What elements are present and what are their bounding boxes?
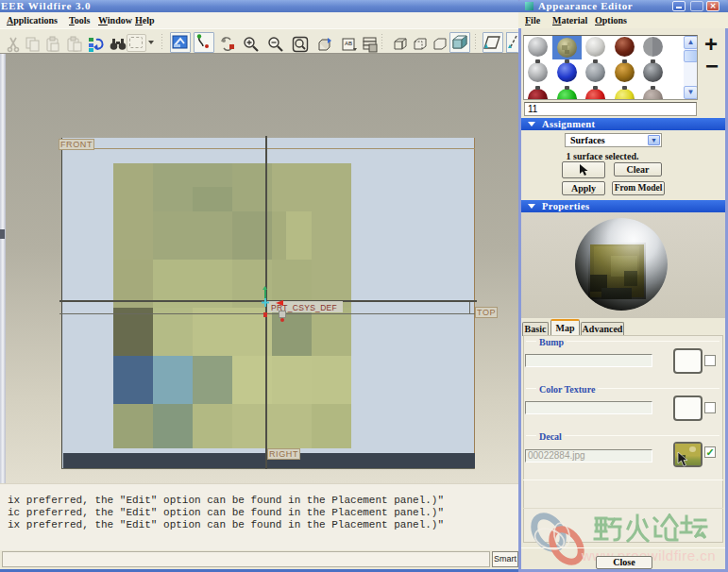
svg-text:AB: AB [345,41,352,46]
